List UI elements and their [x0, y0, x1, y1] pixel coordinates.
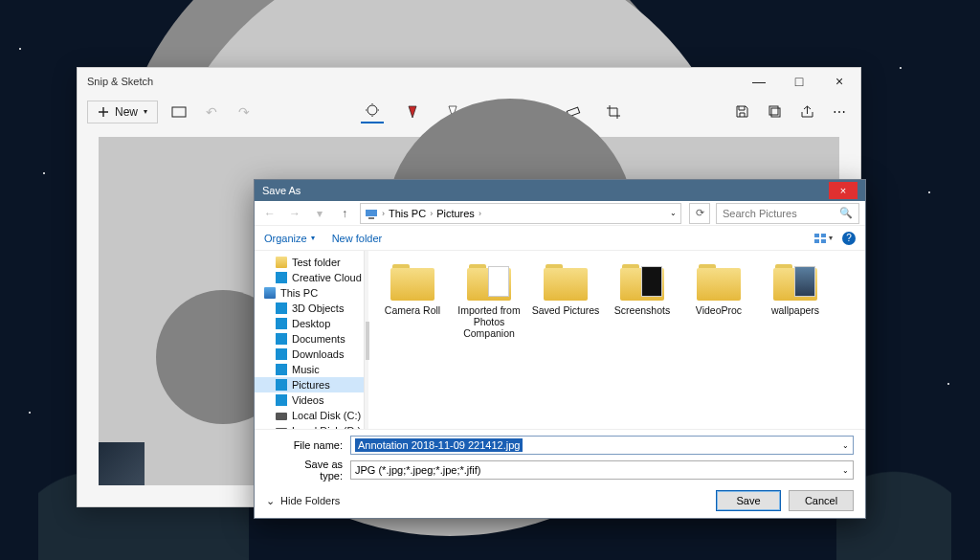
chevron-down-icon[interactable]: ⌄: [842, 441, 849, 450]
folder-icon: [276, 257, 287, 268]
star: [19, 48, 21, 50]
tree-item-label: Documents: [292, 333, 345, 345]
svg-rect-7: [814, 234, 819, 237]
touch-writing-tool[interactable]: [361, 101, 384, 123]
more-button[interactable]: ⋯: [828, 101, 851, 123]
search-input[interactable]: Search Pictures 🔍: [716, 203, 859, 224]
address-bar-row: ← → ▾ ↑ › This PC › Pictures › ⌄ ⟳ Searc…: [255, 201, 865, 226]
hide-folders-toggle[interactable]: ⌄ Hide Folders: [266, 495, 340, 507]
navigation-tree[interactable]: Test folderCreative Cloud FilThis PC3D O…: [255, 251, 365, 429]
save-button[interactable]: [730, 101, 753, 123]
plus-icon: [98, 106, 109, 118]
tree-item[interactable]: 3D Objects: [255, 301, 364, 316]
folder-icon: [620, 264, 664, 301]
nav-up-button[interactable]: ↑: [335, 204, 354, 223]
filetype-select[interactable]: JPG (*.jpg;*.jpeg;*.jpe;*.jfif) ⌄: [350, 460, 854, 480]
filename-fields: File name: Annotation 2018-11-09 221412.…: [255, 429, 865, 483]
breadcrumb[interactable]: › This PC › Pictures › ⌄: [360, 203, 681, 224]
view-icon: [813, 233, 827, 244]
crumb-pictures[interactable]: Pictures: [436, 208, 475, 219]
folder-icon: [467, 264, 511, 301]
star: [928, 191, 930, 193]
folder-icon: [276, 333, 287, 345]
window-minimize[interactable]: —: [747, 70, 770, 93]
folder-icon: [276, 272, 287, 283]
crumb-sep-icon: ›: [382, 209, 385, 218]
refresh-button[interactable]: ⟳: [689, 203, 710, 224]
folder-label: Imported from Photos Companion: [453, 304, 525, 339]
svg-rect-5: [366, 210, 377, 216]
svg-rect-9: [814, 239, 819, 243]
svg-rect-3: [771, 108, 780, 117]
folder-icon: [276, 379, 287, 391]
chevron-down-icon: ⌄: [266, 495, 275, 507]
scrollbar-thumb[interactable]: [366, 322, 369, 360]
tree-item[interactable]: This PC: [255, 285, 364, 301]
ballpoint-pen-tool[interactable]: [401, 101, 424, 123]
redo-button[interactable]: ↷: [233, 101, 256, 123]
snip-titlebar[interactable]: Snip & Sketch — □ ×: [78, 68, 860, 95]
filename-label: File name:: [283, 439, 350, 451]
folder-icon: [276, 348, 287, 360]
tree-item[interactable]: Documents: [255, 331, 364, 347]
folder-item[interactable]: Camera Roll: [374, 260, 451, 343]
folder-icon: [276, 364, 287, 375]
tree-item[interactable]: Local Disk (C:): [255, 408, 364, 423]
svg-rect-4: [769, 106, 778, 115]
svg-point-1: [368, 105, 377, 115]
folder-item[interactable]: Screenshots: [604, 260, 680, 343]
tree-item[interactable]: Pictures: [255, 377, 364, 392]
canvas-shape: [99, 442, 145, 485]
items-view[interactable]: Camera RollImported from Photos Companio…: [365, 251, 865, 429]
window-maximize[interactable]: □: [788, 70, 811, 93]
dialog-close-button[interactable]: ×: [829, 182, 858, 199]
fullscreen-icon[interactable]: [167, 101, 190, 123]
svg-rect-10: [821, 239, 826, 243]
thumbnail: [488, 266, 509, 297]
view-options-button[interactable]: ▾: [813, 233, 833, 244]
folder-icon: [276, 413, 287, 420]
crumb-this-pc[interactable]: This PC: [389, 208, 426, 219]
tree-item[interactable]: Creative Cloud Fil: [255, 270, 364, 285]
thumbnail: [641, 266, 662, 297]
search-placeholder: Search Pictures: [723, 208, 797, 219]
folder-icon: [697, 264, 741, 301]
nav-recent-dropdown[interactable]: ▾: [310, 204, 329, 223]
tree-item[interactable]: Test folder: [255, 255, 364, 270]
tree-item[interactable]: Videos: [255, 392, 364, 408]
chevron-down-icon[interactable]: ⌄: [842, 466, 849, 475]
folder-icon: [276, 318, 287, 329]
folder-icon: [276, 302, 287, 314]
cancel-button[interactable]: Cancel: [789, 490, 854, 511]
share-button[interactable]: [795, 101, 818, 123]
dialog-titlebar[interactable]: Save As ×: [255, 180, 865, 201]
new-snip-button[interactable]: New ▾: [87, 101, 158, 123]
folder-item[interactable]: wallpapers: [757, 260, 834, 343]
folder-item[interactable]: VideoProc: [680, 260, 757, 343]
folder-icon: [390, 264, 434, 301]
nav-forward-button[interactable]: →: [285, 204, 304, 223]
folder-item[interactable]: Saved Pictures: [527, 260, 604, 343]
tree-item-label: Pictures: [292, 379, 330, 391]
address-dropdown-icon[interactable]: ⌄: [670, 209, 677, 217]
folder-item[interactable]: Imported from Photos Companion: [451, 260, 527, 343]
new-folder-button[interactable]: New folder: [332, 233, 383, 244]
tree-item[interactable]: Desktop: [255, 316, 364, 331]
star: [29, 412, 31, 414]
undo-button[interactable]: ↶: [200, 101, 223, 123]
crop-tool[interactable]: [602, 101, 625, 123]
tree-item-label: Videos: [292, 394, 323, 406]
save-confirm-button[interactable]: Save: [716, 490, 781, 511]
folder-icon: [544, 264, 588, 301]
window-close[interactable]: ×: [828, 70, 851, 93]
folder-label: Saved Pictures: [532, 304, 600, 316]
help-button[interactable]: ?: [842, 232, 856, 245]
nav-back-button[interactable]: ←: [260, 204, 279, 223]
folder-label: VideoProc: [696, 304, 742, 316]
organize-menu[interactable]: Organize▾: [264, 233, 315, 244]
dialog-title: Save As: [262, 185, 301, 196]
tree-item[interactable]: Downloads: [255, 347, 364, 362]
filename-input[interactable]: Annotation 2018-11-09 221412.jpg ⌄: [350, 436, 854, 455]
copy-button[interactable]: [763, 101, 786, 123]
tree-item[interactable]: Music: [255, 362, 364, 377]
